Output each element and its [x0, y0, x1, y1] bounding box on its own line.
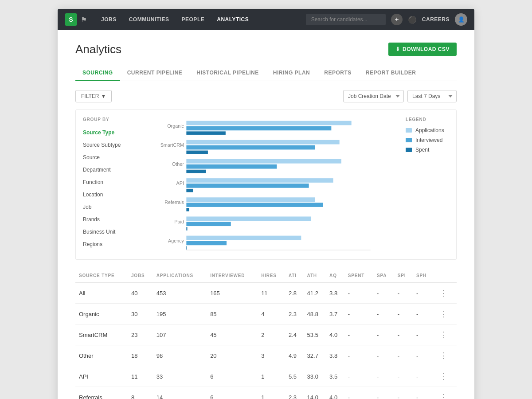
download-csv-button[interactable]: ⇓ DOWNLOAD CSV [388, 43, 457, 56]
table-row: Other18982034.932.73.8----⋮ [75, 345, 457, 366]
svg-rect-10 [186, 140, 339, 145]
cell-jobs: 30 [128, 304, 153, 325]
col-spa: SPA [373, 269, 394, 283]
group-by-regions[interactable]: Regions [76, 238, 151, 250]
cell-spent: - [344, 304, 373, 325]
cell-source: Referrals [75, 387, 128, 399]
cell-ath: 53.5 [304, 325, 326, 345]
nav-actions: + ⚫ CAREERS 👤 [391, 13, 467, 26]
cell-sph: - [413, 283, 434, 304]
row-actions[interactable]: ⋮ [434, 387, 457, 399]
page-header: Analytics ⇓ DOWNLOAD CSV [75, 43, 457, 56]
cell-spa: - [373, 325, 394, 345]
cell-ath: 33.0 [304, 366, 326, 387]
row-actions[interactable]: ⋮ [434, 345, 457, 366]
group-by-source-type[interactable]: Source Type [76, 126, 151, 139]
svg-rect-7 [186, 121, 351, 125]
group-by-department[interactable]: Department [76, 164, 151, 176]
spent-label: Spent [415, 147, 429, 153]
tab-hiring-plan[interactable]: HIRING PLAN [266, 65, 317, 81]
main-content: Analytics ⇓ DOWNLOAD CSV SOURCING CURREN… [58, 30, 474, 399]
tab-historical-pipeline[interactable]: HISTORICAL PIPELINE [189, 65, 266, 81]
row-menu-button[interactable]: ⋮ [438, 372, 449, 380]
filter-bar: FILTER ▼ Job Creation Date Last 7 Days L… [75, 90, 457, 102]
cell-interviewed: 85 [207, 304, 258, 325]
interviewed-label: Interviewed [415, 137, 442, 143]
cell-spent: - [344, 366, 373, 387]
group-by-business-unit[interactable]: Business Unit [76, 226, 151, 238]
svg-text:Agency: Agency [168, 238, 184, 243]
bar-chart: Organic SmartCRM Other API Referrals Pai… [160, 117, 390, 251]
cell-aq: 4.0 [326, 325, 344, 345]
row-actions[interactable]: ⋮ [434, 366, 457, 387]
table-header-row: SOURCE TYPE JOBS APPLICATIONS INTERVIEWE… [75, 269, 457, 283]
row-menu-button[interactable]: ⋮ [438, 289, 449, 297]
cell-spa: - [373, 345, 394, 366]
cell-hires: 3 [258, 345, 285, 366]
cell-spa: - [373, 304, 394, 325]
cell-aq: 3.8 [326, 345, 344, 366]
nav-analytics[interactable]: ANALYTICS [211, 14, 254, 25]
cell-sph: - [413, 387, 434, 399]
nav-communities[interactable]: COMMUNITIES [124, 14, 175, 25]
row-menu-button[interactable]: ⋮ [438, 352, 449, 360]
group-by-brands[interactable]: Brands [76, 213, 151, 226]
svg-rect-18 [186, 189, 193, 192]
cell-hires: 1 [258, 366, 285, 387]
col-interviewed: INTERVIEWED [207, 269, 258, 283]
cell-ati: 2.8 [285, 283, 304, 304]
svg-text:Paid: Paid [174, 219, 184, 224]
cell-jobs: 23 [128, 325, 153, 345]
cell-source: Other [75, 345, 128, 366]
nav-people[interactable]: PEOPLE [176, 14, 210, 25]
group-by-panel: GROUP BY Source Type Source Subtype Sour… [76, 110, 151, 259]
tab-reports[interactable]: REPORTS [317, 65, 359, 81]
cell-sph: - [413, 304, 434, 325]
svg-rect-15 [186, 170, 206, 173]
sourcing-table: SOURCE TYPE JOBS APPLICATIONS INTERVIEWE… [75, 269, 457, 399]
bookmark-icon[interactable]: ⚑ [81, 16, 87, 24]
group-by-source[interactable]: Source [76, 151, 151, 164]
cell-spent: - [344, 345, 373, 366]
row-menu-button[interactable]: ⋮ [438, 310, 449, 318]
filter-button[interactable]: FILTER ▼ [75, 90, 112, 102]
row-actions[interactable]: ⋮ [434, 283, 457, 304]
cell-hires: 2 [258, 325, 285, 345]
row-menu-button[interactable]: ⋮ [438, 393, 449, 399]
cell-jobs: 11 [128, 366, 153, 387]
cell-source: API [75, 366, 128, 387]
col-hires: HIRES [258, 269, 285, 283]
nav-jobs[interactable]: JOBS [96, 14, 122, 25]
add-button[interactable]: + [391, 14, 403, 25]
svg-rect-14 [186, 164, 277, 169]
cell-spi: - [394, 387, 413, 399]
nav-links: JOBS COMMUNITIES PEOPLE ANALYTICS [96, 14, 306, 25]
search-input[interactable] [306, 14, 386, 25]
cell-spa: - [373, 387, 394, 399]
row-actions[interactable]: ⋮ [434, 325, 457, 345]
tab-sourcing[interactable]: SOURCING [75, 65, 120, 81]
tab-current-pipeline[interactable]: CURRENT PIPELINE [120, 65, 190, 81]
chart-area: Organic SmartCRM Other API Referrals Pai… [151, 110, 399, 259]
applications-label: Applications [415, 127, 444, 133]
date-range-select[interactable]: Last 7 Days Last 30 Days Last 90 Days [407, 90, 457, 102]
avatar[interactable]: 👤 [455, 13, 467, 26]
bell-icon[interactable]: ⚫ [408, 16, 417, 24]
group-by-function[interactable]: Function [76, 176, 151, 188]
svg-rect-24 [186, 227, 187, 231]
cell-spi: - [394, 304, 413, 325]
cell-ath: 41.2 [304, 283, 326, 304]
cell-aq: 3.7 [326, 304, 344, 325]
group-by-job[interactable]: Job [76, 201, 151, 213]
svg-text:API: API [176, 180, 184, 186]
analytics-tabs: SOURCING CURRENT PIPELINE HISTORICAL PIP… [75, 65, 457, 81]
cell-spi: - [394, 325, 413, 345]
date-type-select[interactable]: Job Creation Date [343, 90, 404, 102]
row-menu-button[interactable]: ⋮ [438, 331, 449, 339]
group-by-location[interactable]: Location [76, 188, 151, 201]
tab-report-builder[interactable]: REPORT BUILDER [359, 65, 423, 81]
row-actions[interactable]: ⋮ [434, 304, 457, 325]
data-table-container: SOURCE TYPE JOBS APPLICATIONS INTERVIEWE… [75, 269, 457, 399]
group-by-source-subtype[interactable]: Source Subtype [76, 139, 151, 151]
cell-applications: 107 [153, 325, 207, 345]
